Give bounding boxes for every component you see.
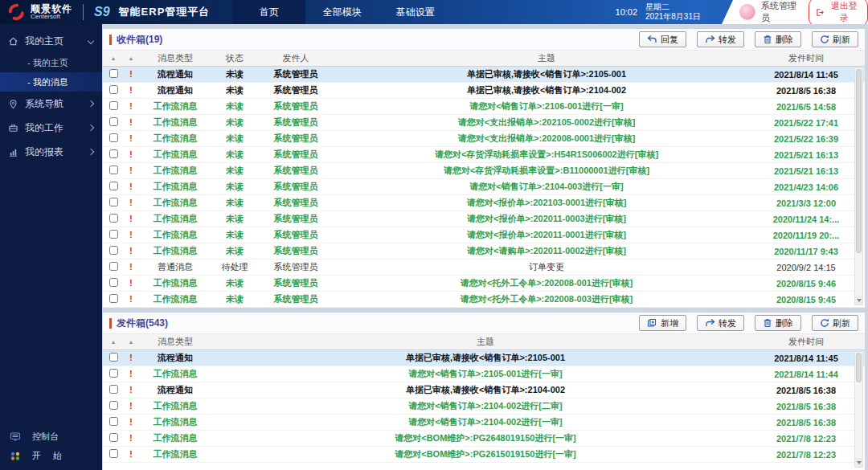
sidebar-item-my-home[interactable]: 我的主页 <box>0 29 102 53</box>
table-row[interactable]: !工作流消息未读系统管理员请您对<支出报销单>:202008-0001进行[审核… <box>103 131 865 147</box>
table-row[interactable]: !工作流消息请您对<BOM维护>:PG2615019150进行[一审]2021/… <box>103 447 865 463</box>
col-type[interactable]: 消息类型 <box>138 52 212 64</box>
sort-icon[interactable]: ▴ <box>103 338 124 345</box>
table-row[interactable]: !工作流消息未读系统管理员请您对<报价单>:202011-0003进行[审核]2… <box>103 211 865 227</box>
table-row[interactable]: !工作流消息请您对<销售订单>:2104-002进行[一审]2021/8/5 1… <box>103 415 865 431</box>
sidebar-item-system-nav[interactable]: 系统导航 <box>0 92 102 116</box>
refresh-button[interactable]: 刷新 <box>812 31 858 47</box>
table-row[interactable]: !工作流消息未读系统管理员请您对<请购单>:202011-0002进行[审核]2… <box>103 243 865 260</box>
row-checkbox[interactable] <box>109 385 118 394</box>
checkbox-cell <box>103 101 124 112</box>
nav-item-all-modules[interactable]: 全部模块 <box>305 0 379 24</box>
cell-type: 工作流消息 <box>138 213 212 225</box>
nav-item-home[interactable]: 首页 <box>232 0 305 24</box>
nav-item-basic-settings[interactable]: 基础设置 <box>379 0 452 24</box>
priority-icon: ! <box>124 198 138 207</box>
sidebar-subitem-my-messages[interactable]: 我的消息 <box>0 72 102 92</box>
table-row[interactable]: !工作流消息未读系统管理员请您对<存货浮动耗损率设置>:H54R1S006002… <box>103 147 865 163</box>
table-row[interactable]: !工作流消息未读系统管理员请您对<托外工令单>:202008-001进行[审核]… <box>103 276 865 292</box>
scroll-down-button[interactable] <box>855 458 862 467</box>
row-checkbox[interactable] <box>109 230 118 239</box>
sort-icon[interactable]: ▴ <box>103 55 124 62</box>
scrollbar-thumb[interactable] <box>856 69 862 253</box>
inbox-table-header: ▴ ▴ 消息类型 状态 发件人 主题 发件时间 <box>103 51 865 67</box>
sidebar-item-my-reports[interactable]: 我的报表 <box>0 140 102 164</box>
row-checkbox[interactable] <box>109 278 118 287</box>
row-checkbox[interactable] <box>109 262 118 271</box>
row-checkbox[interactable] <box>109 149 118 158</box>
cell-status: 未读 <box>212 149 257 161</box>
col-type[interactable]: 消息类型 <box>138 336 212 348</box>
table-row[interactable]: !工作流消息未读系统管理员请您对<托外工令单>:202008-003进行[审核]… <box>103 292 865 308</box>
table-row[interactable]: !工作流消息未读系统管理员请您对<报价单>:202103-0001进行[审核]2… <box>103 195 865 211</box>
col-time[interactable]: 发件时间 <box>759 336 854 348</box>
reply-button[interactable]: 回复 <box>639 31 686 47</box>
delete-icon <box>763 35 772 44</box>
table-row[interactable]: !工作流消息请您对<BOM维护>:PG2648019150进行[一审]2021/… <box>103 431 865 447</box>
cell-subject: 单据已审核,请接收<销售订单>:2104-002 <box>212 384 759 396</box>
col-subject[interactable]: 主题 <box>212 336 759 348</box>
sidebar-subitem-my-home[interactable]: 我的主页 <box>0 53 102 72</box>
cell-time: 2021/8/5 16:38 <box>759 402 854 411</box>
row-checkbox[interactable] <box>109 449 118 458</box>
logout-button[interactable]: 退出登录 <box>809 0 868 27</box>
row-checkbox[interactable] <box>109 353 118 362</box>
row-checkbox[interactable] <box>109 401 118 410</box>
refresh-button[interactable]: 刷新 <box>812 315 858 331</box>
scrollbar-thumb[interactable] <box>856 353 862 382</box>
row-checkbox[interactable] <box>109 182 118 190</box>
row-checkbox[interactable] <box>109 101 118 110</box>
cell-type: 工作流消息 <box>138 368 212 380</box>
sidebar-item-my-work[interactable]: 我的工作 <box>0 116 102 140</box>
row-checkbox[interactable] <box>109 198 118 206</box>
scroll-down-button[interactable] <box>855 296 862 304</box>
table-row[interactable]: !流程通知未读系统管理员单据已审核,请接收<销售订单>:2105-0012021… <box>103 67 865 83</box>
table-row[interactable]: !工作流消息未读系统管理员请您对<销售订单>:2106-001进行[一审]202… <box>103 99 865 115</box>
table-row[interactable]: !流程通知单据已审核,请接收<销售订单>:2104-0022021/8/5 16… <box>103 382 865 398</box>
table-row[interactable]: !工作流消息未读系统管理员请您对<报价单>:202011-0001进行[审核]2… <box>103 227 865 243</box>
start-button[interactable]: 开 始 <box>0 446 102 465</box>
inbox-header: 收件箱(19) 回复 转发 <box>103 29 865 51</box>
delete-button[interactable]: 删除 <box>755 31 801 47</box>
row-checkbox[interactable] <box>109 246 118 255</box>
sort-icon[interactable]: ▴ <box>124 55 138 62</box>
row-checkbox[interactable] <box>109 369 118 378</box>
col-subject[interactable]: 主题 <box>334 52 759 64</box>
col-time[interactable]: 发件时间 <box>759 52 854 64</box>
col-status[interactable]: 状态 <box>212 52 257 64</box>
table-row[interactable]: !工作流消息未读系统管理员请您对<支出报销单>:202105-0002进行[审核… <box>103 115 865 131</box>
row-checkbox[interactable] <box>109 166 118 174</box>
table-row[interactable]: !工作流消息未读系统管理员请您对<存货浮动耗损率设置>:B11000001进行[… <box>103 163 865 179</box>
delete-button[interactable]: 删除 <box>755 315 801 331</box>
outbox-scrollbar[interactable] <box>854 351 863 468</box>
new-button[interactable]: 新增 <box>639 315 686 331</box>
outbox-rows: !流程通知单据已审核,请接收<销售订单>:2105-0012021/8/14 1… <box>103 350 865 470</box>
cell-time: 2021/7/8 12:23 <box>759 434 854 443</box>
avatar[interactable] <box>739 4 755 20</box>
table-row[interactable]: !工作流消息未读系统管理员请您对<销售订单>:2104-003进行[一审]202… <box>103 179 865 195</box>
row-checkbox[interactable] <box>109 117 118 126</box>
row-checkbox[interactable] <box>109 133 118 142</box>
col-sender[interactable]: 发件人 <box>257 52 334 64</box>
sort-icon[interactable]: ▴ <box>124 338 138 345</box>
inbox-scrollbar[interactable] <box>854 67 863 305</box>
forward-icon <box>705 35 715 44</box>
row-checkbox[interactable] <box>109 294 118 303</box>
row-checkbox[interactable] <box>109 85 118 94</box>
table-row[interactable]: !普通消息待处理系统管理员订单变更2020/9/2 14:15 <box>103 260 865 276</box>
forward-button[interactable]: 转发 <box>697 315 744 331</box>
row-checkbox[interactable] <box>109 214 118 223</box>
row-checkbox[interactable] <box>109 433 118 442</box>
table-row[interactable]: !流程通知未读系统管理员单据已审核,请接收<销售订单>:2104-0022021… <box>103 83 865 99</box>
table-row[interactable]: !流程通知单据已审核,请接收<销售订单>:2105-0012021/8/14 1… <box>103 350 865 366</box>
table-row[interactable]: !工作流消息请您对<销售订单>:2104-002进行[二审]2021/8/5 1… <box>103 398 865 415</box>
cell-sender: 系统管理员 <box>257 213 334 225</box>
forward-button[interactable]: 转发 <box>697 31 744 47</box>
console-button[interactable]: 控制台 <box>0 427 102 446</box>
sidebar-item-label: 系统导航 <box>25 97 82 111</box>
table-row[interactable]: !工作流消息请您对<销售订单>:2105-001进行[一审]2021/8/14 … <box>103 366 865 382</box>
row-checkbox[interactable] <box>109 417 118 426</box>
checkbox-cell <box>103 69 124 80</box>
row-checkbox[interactable] <box>109 69 118 78</box>
app-title: 智能ERP管理平台 <box>119 5 211 19</box>
